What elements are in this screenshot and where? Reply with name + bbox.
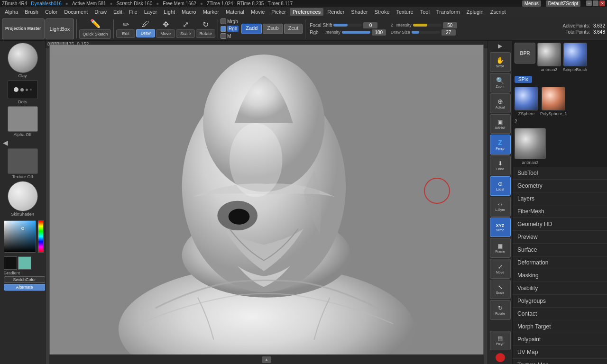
morphtarget-menu-item[interactable]: Morph Target (513, 320, 607, 333)
sxyz-button[interactable]: XYZ sXYZ (490, 218, 511, 237)
zcut-button[interactable]: Zcut (284, 24, 303, 34)
canvas-bg[interactable] (49, 45, 484, 360)
switch-color-button[interactable]: SwitchColor (4, 276, 46, 283)
texture-thumbnail[interactable] (8, 148, 38, 174)
bpr-button[interactable]: BPR (515, 43, 535, 64)
menu-preferences[interactable]: Preferences (290, 8, 323, 16)
spix-button[interactable]: SPix (515, 76, 532, 83)
layers-menu-item[interactable]: Layers (513, 192, 607, 205)
color-square[interactable] (4, 220, 36, 253)
zadd-button[interactable]: Zadd (241, 24, 262, 34)
rotate2-button[interactable]: ↻ Rotate (490, 300, 511, 320)
swatch-black[interactable] (4, 256, 17, 270)
brush-preview[interactable]: Dots (8, 80, 38, 104)
menus-button[interactable]: Menus (522, 0, 541, 7)
menu-color[interactable]: Color (42, 8, 60, 16)
menu-alpha[interactable]: Alpha (2, 8, 21, 16)
lightbox-button[interactable]: LightBox (46, 18, 74, 39)
polysphere-thumbnail[interactable] (542, 87, 565, 110)
window-close[interactable]: ✕ (599, 0, 605, 6)
menu-light[interactable]: Light (161, 8, 178, 16)
masking-menu-item[interactable]: Masking (513, 269, 607, 282)
scale-button[interactable]: Scale (176, 29, 195, 38)
visibility-menu-item[interactable]: Visibility (513, 282, 607, 295)
focal-shift-slider[interactable] (333, 24, 362, 27)
antman-thumb-2[interactable]: antman3 (515, 128, 546, 165)
fibermesh-menu-item[interactable]: FiberMesh (513, 205, 607, 218)
zsphere-thumb[interactable]: ZSphere (515, 87, 538, 116)
rgb-checkbox[interactable] (221, 26, 226, 32)
menu-texture[interactable]: Texture (394, 8, 416, 16)
z-intensity-slider[interactable] (413, 24, 441, 27)
alpha-thumbnail[interactable] (8, 106, 38, 132)
alpha-preview[interactable]: Alpha Off (8, 106, 38, 137)
antman-thumbnail-1[interactable] (537, 43, 561, 66)
floor-button[interactable]: ⬇ Floor (490, 155, 511, 175)
default-zscript-button[interactable]: DefaultZScript (546, 0, 580, 7)
canvas-area[interactable]: 0.032,-1.135,-0.152 (46, 41, 487, 364)
geometryhd-menu-item[interactable]: Geometry HD (513, 218, 607, 231)
simpbrush-thumbnail[interactable] (563, 43, 587, 66)
lsym-button[interactable]: ⇔ L.Sym (490, 197, 511, 217)
skinshade-preview[interactable]: SkinShade4 (8, 181, 38, 217)
texture-preview[interactable]: Texture Off (8, 148, 38, 179)
menu-layer[interactable]: Layer (141, 8, 160, 16)
skinshade-ball[interactable] (8, 181, 38, 211)
antman-thumb-1[interactable]: antman3 (537, 43, 561, 72)
menu-shader[interactable]: Shader (348, 8, 370, 16)
menu-file[interactable]: File (126, 8, 140, 16)
menu-picker[interactable]: Picker (268, 8, 289, 16)
zsphere-thumbnail[interactable] (515, 87, 538, 110)
alternate-button[interactable]: Alternate (4, 284, 46, 291)
actual-button[interactable]: ⊕ Actual (490, 93, 511, 113)
menu-draw[interactable]: Draw (92, 8, 110, 16)
projection-master-button[interactable]: Projection Master (2, 18, 45, 39)
window-maximize[interactable] (593, 0, 598, 6)
scale2-button[interactable]: ⤡ Scale (490, 280, 511, 300)
m-checkbox[interactable] (221, 33, 226, 39)
material-ball[interactable] (8, 43, 38, 73)
scroll-button[interactable]: ✋ Scroll (490, 52, 511, 72)
swatch-teal[interactable] (18, 256, 31, 270)
polyf-button[interactable]: ▤ PolyF (490, 331, 511, 351)
mrgb-checkbox[interactable] (221, 18, 226, 24)
polypaint-menu-item[interactable]: Polypaint (513, 333, 607, 346)
menu-zscript[interactable]: Zscript (487, 8, 509, 16)
rgb-intensity-slider[interactable] (342, 31, 370, 34)
zoom-button[interactable]: 🔍 Zoom (490, 73, 511, 93)
brush-dots[interactable] (8, 80, 38, 99)
contact-menu-item[interactable]: Contact (513, 308, 607, 320)
polygroups-menu-item[interactable]: Polygroups (513, 295, 607, 308)
color-hue-bar[interactable] (38, 220, 44, 253)
uvmap-menu-item[interactable]: UV Map (513, 346, 607, 359)
menu-zplugin[interactable]: Zplugin (464, 8, 487, 16)
deformation-menu-item[interactable]: Deformation (513, 256, 607, 269)
frame-button[interactable]: ▦ Frame (490, 238, 511, 258)
edit-button[interactable]: Edit (116, 29, 135, 38)
window-minimize[interactable]: ─ (586, 0, 592, 6)
draw-button[interactable]: Draw (136, 29, 155, 37)
menu-brush[interactable]: Brush (22, 8, 41, 16)
subtool-menu-item[interactable]: SubTool (513, 167, 607, 180)
quick-sketch-button[interactable]: Quick Sketch (79, 29, 111, 39)
antman-thumbnail-2[interactable] (515, 128, 546, 159)
menu-tool[interactable]: Tool (417, 8, 432, 16)
draw-size-slider[interactable] (412, 31, 440, 34)
simpbrush-thumb[interactable]: SimpleBrush (563, 43, 587, 72)
menu-document[interactable]: Document (61, 8, 91, 16)
polysphere-thumb[interactable]: PolySphere_1 (540, 87, 567, 116)
menu-material[interactable]: Material (223, 8, 247, 16)
right-panel-collapse[interactable]: ▶ (498, 43, 502, 49)
move2-button[interactable]: ⤢ Move (490, 259, 511, 279)
aahalf-button[interactable]: ▣ AAHalf (490, 114, 511, 134)
geometry-menu-item[interactable]: Geometry (513, 180, 607, 192)
preview-menu-item[interactable]: Preview (513, 231, 607, 244)
menu-movie[interactable]: Movie (248, 8, 267, 16)
menu-macro[interactable]: Macro (179, 8, 199, 16)
menu-transform[interactable]: Transform (433, 8, 463, 16)
local-button[interactable]: ⊙ Local (490, 176, 511, 196)
menu-stroke[interactable]: Stroke (372, 8, 393, 16)
persp-button[interactable]: Z Persp (490, 135, 511, 155)
surface-menu-item[interactable]: Surface (513, 244, 607, 256)
menu-render[interactable]: Render (324, 8, 347, 16)
